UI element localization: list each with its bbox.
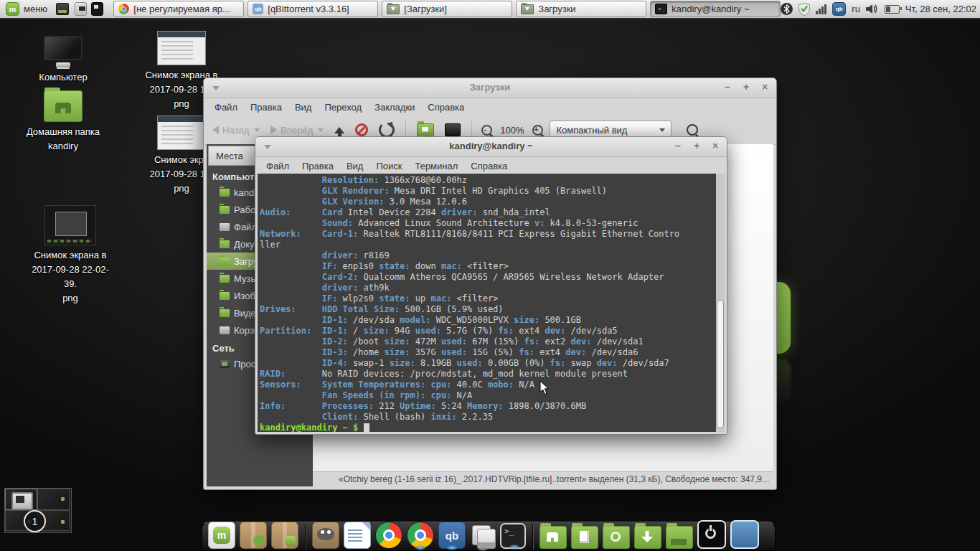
dock-file-manager-icon[interactable] bbox=[470, 523, 496, 549]
dock-accessibility-icon[interactable] bbox=[730, 520, 759, 549]
term-menu-Поиск[interactable]: Поиск bbox=[369, 159, 408, 173]
desktop-icon-home[interactable]: Домашняя папкаkandiry bbox=[19, 90, 108, 154]
term-menu-Вид[interactable]: Вид bbox=[340, 159, 370, 173]
forward-button[interactable]: Вперёд bbox=[268, 123, 326, 138]
fm-menu-Вид[interactable]: Вид bbox=[288, 100, 319, 114]
dock-folder-recent-icon[interactable] bbox=[603, 526, 630, 549]
scrollbar-thumb[interactable] bbox=[717, 300, 724, 428]
minimize-button[interactable]: – bbox=[723, 81, 732, 93]
fm-menu-Файл[interactable]: Файл bbox=[208, 100, 244, 114]
terminal-titlebar[interactable]: kandiry@kandiry ~ – + × bbox=[255, 137, 727, 157]
taskbar-button-4[interactable]: Загрузки bbox=[516, 1, 646, 17]
workspace-2[interactable] bbox=[37, 489, 70, 510]
dock-terminal-icon[interactable]: >_ bbox=[500, 523, 526, 549]
taskbar-button-2[interactable]: qb[qBittorrent v3.3.16] bbox=[248, 1, 378, 17]
screenshot-launcher-icon[interactable] bbox=[75, 2, 87, 16]
term-menu-Правка[interactable]: Правка bbox=[296, 159, 340, 173]
dock-software-manager-icon[interactable] bbox=[271, 522, 298, 549]
workspace-dock-dot bbox=[61, 497, 65, 501]
zoom-in-button[interactable]: + bbox=[532, 125, 543, 136]
computer-button[interactable] bbox=[445, 123, 461, 136]
terminal-launcher-icon[interactable] bbox=[91, 2, 103, 16]
dock-gimp-icon[interactable] bbox=[312, 522, 339, 549]
network-icon bbox=[220, 360, 230, 368]
minimize-button[interactable]: – bbox=[674, 140, 682, 151]
taskbar-button-3[interactable]: [Загрузки] bbox=[382, 1, 512, 17]
dock-folder-home-icon[interactable] bbox=[540, 526, 567, 549]
stop-button[interactable] bbox=[355, 123, 368, 136]
bluetooth-icon[interactable] bbox=[781, 3, 793, 15]
dock-chrome-icon[interactable] bbox=[375, 522, 402, 549]
back-icon bbox=[212, 126, 219, 134]
network-signal-icon[interactable] bbox=[816, 4, 826, 14]
taskbar-button-1[interactable]: [не регулируемая яр... bbox=[113, 1, 244, 17]
term-menu-Файл[interactable]: Файл bbox=[260, 159, 296, 173]
keyboard-layout-indicator[interactable]: ru bbox=[852, 4, 860, 14]
term-menu-Справка[interactable]: Справка bbox=[464, 159, 514, 173]
up-button[interactable] bbox=[334, 127, 344, 133]
refresh-button[interactable] bbox=[379, 122, 395, 138]
term-menu-Терминал[interactable]: Терминал bbox=[408, 159, 464, 173]
taskbar-button-label: [не регулируемая яр... bbox=[133, 4, 230, 14]
volume-icon[interactable] bbox=[866, 4, 879, 14]
chevron-down-icon bbox=[659, 128, 665, 132]
update-manager-shield-icon[interactable] bbox=[798, 3, 810, 16]
terminal-icon: >_ bbox=[655, 4, 667, 14]
taskbar-button-label: kandiry@kandiry ~ bbox=[672, 4, 749, 14]
desktop-icon-screenshot3[interactable]: Снимок экрана в2017-09-28 22-02-39.png bbox=[26, 205, 115, 306]
downloads-icon bbox=[220, 258, 230, 265]
music-icon bbox=[220, 275, 230, 283]
dock-qbittorrent-icon[interactable]: qb bbox=[438, 522, 466, 549]
dock-power-icon[interactable] bbox=[697, 520, 726, 549]
zoom-level: 100% bbox=[500, 125, 524, 136]
desktop-icon-label: Компьютер bbox=[39, 70, 87, 85]
qbittorrent-tray-icon[interactable]: qb bbox=[832, 2, 846, 16]
terminal-window: kandiry@kandiry ~ – + × ФайлПравкаВидПои… bbox=[255, 136, 727, 435]
dock-package-installer-icon[interactable] bbox=[240, 522, 267, 549]
dock-mint-logo-icon[interactable]: m bbox=[208, 522, 235, 549]
back-history-dropdown-icon[interactable] bbox=[254, 128, 260, 132]
terminal-content[interactable]: Resolution: 980x551@60.00hz GLX Rendere… bbox=[258, 174, 725, 432]
home-icon bbox=[220, 189, 230, 197]
back-label: Назад bbox=[222, 125, 249, 136]
fm-menu-Правка[interactable]: Правка bbox=[244, 100, 288, 114]
close-button[interactable]: × bbox=[711, 140, 720, 151]
workspace-number-badge: 1 bbox=[24, 510, 46, 532]
image-light-icon bbox=[157, 116, 206, 150]
fm-menu-Переход[interactable]: Переход bbox=[318, 100, 368, 114]
maximize-button[interactable]: + bbox=[692, 140, 701, 151]
chrome-icon bbox=[118, 4, 129, 14]
statusbar: «Otchiy bereg (1-16 serii iz 16)_.2017.H… bbox=[313, 471, 773, 486]
home-button[interactable] bbox=[417, 123, 434, 137]
search-button[interactable] bbox=[687, 124, 698, 136]
show-desktop-icon[interactable] bbox=[56, 3, 68, 15]
terminal-scrollbar[interactable] bbox=[716, 174, 725, 432]
fm-menu-Закладки[interactable]: Закладки bbox=[368, 100, 421, 114]
maximize-button[interactable]: + bbox=[742, 81, 750, 93]
menu-label: меню bbox=[24, 4, 47, 14]
window-title: kandiry@kandiry ~ bbox=[255, 141, 727, 151]
back-button[interactable]: Назад bbox=[209, 123, 263, 138]
clock[interactable]: Чт, 28 сен, 22:02 bbox=[905, 4, 976, 14]
running-indicator bbox=[478, 547, 488, 550]
zoom-out-button[interactable]: - bbox=[481, 125, 492, 136]
taskbar-button-5[interactable]: >_kandiry@kandiry ~ bbox=[650, 1, 781, 17]
dock-folder-desktop-icon[interactable] bbox=[666, 526, 693, 549]
battery-icon[interactable] bbox=[885, 5, 900, 14]
fm-menu-Справка[interactable]: Справка bbox=[421, 100, 471, 114]
workspace-1[interactable] bbox=[5, 489, 37, 510]
file-manager-titlebar[interactable]: Загрузки – + × bbox=[204, 78, 776, 98]
desktop-icon-computer[interactable]: Компьютер bbox=[19, 36, 108, 85]
dock-folder-documents-icon[interactable] bbox=[571, 526, 598, 549]
dock-folder-downloads-icon[interactable] bbox=[634, 526, 661, 549]
dock-libreoffice-writer-icon[interactable] bbox=[344, 522, 371, 549]
folder-home-icon bbox=[44, 90, 83, 122]
terminal-text: Resolution: 980x551@60.00hz GLX Rendere… bbox=[258, 174, 725, 432]
close-button[interactable]: × bbox=[760, 81, 769, 93]
dock-separator bbox=[532, 524, 533, 550]
forward-history-dropdown-icon[interactable] bbox=[318, 128, 324, 132]
dock-chrome-icon[interactable] bbox=[407, 522, 434, 549]
window-list: [не регулируемая яр...qb[qBittorrent v3.… bbox=[113, 1, 781, 17]
top-panel: m меню [не регулируемая яр...qb[qBittorr… bbox=[0, 0, 980, 19]
menu-button[interactable]: m меню bbox=[0, 0, 53, 18]
